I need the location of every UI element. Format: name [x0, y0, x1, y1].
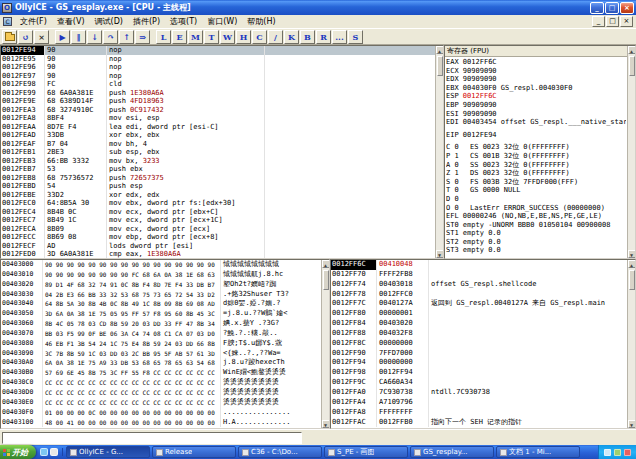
maximize-button[interactable]: □: [605, 2, 619, 14]
register-esi[interactable]: ESI 90909090: [446, 110, 626, 119]
fpu-st0[interactable]: ST0 empty -UNORM BBB0 01050104 00900008: [446, 221, 626, 230]
stack-row[interactable]: 0012FF980012FF94: [331, 368, 627, 378]
menu-item-2[interactable]: 调试(D): [90, 16, 128, 27]
stack-row[interactable]: 0012FF88004032F8: [331, 329, 627, 339]
stack-scrollbar[interactable]: ▲ ▼: [627, 260, 635, 428]
flag-line[interactable]: T 0GS 0000 NULL: [446, 186, 626, 195]
taskbar-task[interactable]: OllyICE - G...: [66, 446, 150, 458]
disasm-row[interactable]: 0012FE9E68 6389D14Fpush 4FD18963: [1, 97, 435, 106]
close-program-icon[interactable]: ×: [34, 30, 49, 44]
registers-scrollbar[interactable]: ▲ ▼: [627, 46, 635, 258]
stack-row[interactable]: 0012FFA8FFFFFFFF: [331, 408, 627, 418]
scroll-up-icon[interactable]: ▲: [628, 46, 636, 54]
source-button[interactable]: S: [348, 30, 363, 44]
flag-line[interactable]: P 1CS 001B 32位 0(FFFFFFFF): [446, 152, 626, 161]
close-button[interactable]: ×: [620, 2, 634, 14]
dump-row[interactable]: 004030D0CC CC CC CC CC CC CC CC CC CC CC…: [1, 388, 321, 398]
stack-row[interactable]: 0012FF8C00000000: [331, 339, 627, 349]
title-bar[interactable]: O OllyICE - GS_resplay.exe - [CPU - 主线程]…: [0, 0, 636, 15]
run-icon[interactable]: ▶: [55, 30, 70, 44]
disasm-row[interactable]: 0012FEC064:8B5A 30mov ebx, dword ptr fs:…: [1, 199, 435, 208]
step-over-icon[interactable]: ↷: [103, 30, 118, 44]
taskbar-task[interactable]: GS_resplay...: [410, 446, 494, 458]
step-into-icon[interactable]: ↓: [87, 30, 102, 44]
threads-button[interactable]: T: [204, 30, 219, 44]
disasm-row[interactable]: 0012FED03D 6A0A381Ecmp eax, 1E380A6A: [1, 250, 435, 259]
stack-row[interactable]: 0012FF8000000001: [331, 309, 627, 319]
disassembly-scrollbar[interactable]: ▲ ▼: [435, 46, 443, 258]
flag-line[interactable]: S 0FS 003B 32位 7FFDF000(FFF): [446, 178, 626, 187]
stack-row[interactable]: 0012FF7400403018offset GS_respl.shellcod…: [331, 280, 627, 290]
register-eip[interactable]: EIP 0012FE94: [446, 131, 626, 140]
register-eax[interactable]: EAX 0012FF6C: [446, 58, 626, 67]
stack-row[interactable]: 0012FF9400000000: [331, 358, 627, 368]
scroll-up-icon[interactable]: ▲: [628, 260, 636, 268]
log-window-button[interactable]: L: [156, 30, 171, 44]
dump-row[interactable]: 004030608B 4C 05 78 03 CD 8B 59 20 03 DD…: [1, 319, 321, 329]
dump-row[interactable]: 0040300090 90 90 90 90 90 90 90 90 90 90…: [1, 260, 321, 270]
menu-item-5[interactable]: 窗口(W): [202, 16, 242, 27]
stack-row[interactable]: 0012FFA4A7109796: [331, 398, 627, 408]
scroll-down-icon[interactable]: ▼: [628, 250, 636, 258]
windows-button[interactable]: W: [220, 30, 235, 44]
open-file-icon[interactable]: [2, 30, 17, 44]
scroll-down-icon[interactable]: ▼: [628, 420, 636, 428]
disasm-row[interactable]: 0012FEBD54push esp: [1, 182, 435, 191]
disasm-row[interactable]: 0012FECA8B09mov ecx, dword ptr [ecx]: [1, 225, 435, 234]
dump-row[interactable]: 004030C0CC CC CC CC CC CC CC CC CC CC CC…: [1, 378, 321, 388]
disasm-row[interactable]: 0012FEAD33DBxor ebx, ebx: [1, 131, 435, 140]
dump-row[interactable]: 0040304064 8B 5A 30 8B 4B 0C 8B 49 1C 8B…: [1, 299, 321, 309]
disasm-row[interactable]: 0012FEB366:BB 3332mov bx, 3233: [1, 157, 435, 166]
memory-map-button[interactable]: M: [188, 30, 203, 44]
flag-line[interactable]: D 0: [446, 195, 626, 204]
stack-row[interactable]: 0012FF7C0040127A返回到 GS_respl.0040127A 来自…: [331, 299, 627, 309]
network-icon[interactable]: [614, 449, 621, 456]
disasm-row[interactable]: 0012FECFADlods dword ptr [esi]: [1, 242, 435, 251]
dump-scrollbar[interactable]: ▲ ▼: [321, 260, 329, 428]
pause-icon[interactable]: ‖: [71, 30, 86, 44]
disasm-row[interactable]: 0012FE9790nop: [1, 72, 435, 81]
volume-icon[interactable]: [604, 449, 611, 456]
internet-explorer-icon[interactable]: [40, 448, 48, 456]
scroll-thumb[interactable]: [629, 56, 635, 76]
fpu-st3[interactable]: ST3 empty 0.0: [446, 246, 626, 255]
scroll-up-icon[interactable]: ▲: [322, 260, 330, 268]
executables-button[interactable]: E: [172, 30, 187, 44]
dump-row[interactable]: 004030E0CC CC CC CC CC CC CC CC CC CC CC…: [1, 398, 321, 408]
registers-pane[interactable]: 寄存器 (FPU) EAX 0012FF6CECX 90909090EDX 90…: [444, 45, 636, 259]
show-desktop-icon[interactable]: [50, 448, 58, 456]
dump-row[interactable]: 0040308046 EB F1 3B 54 24 1C 75 E4 8B 59…: [1, 339, 321, 349]
cpu-button[interactable]: C: [252, 30, 267, 44]
dump-row[interactable]: 0040303004 2B E3 66 BB 33 32 53 68 75 73…: [1, 290, 321, 300]
register-ebx[interactable]: EBX 004030F0 GS_respl.004030F0: [446, 84, 626, 93]
menu-item-1[interactable]: 查看(V): [52, 16, 90, 27]
breakpoints-button[interactable]: B: [300, 30, 315, 44]
stack-row[interactable]: 0012FF70FFFF2FB8: [331, 270, 627, 280]
register-edi[interactable]: EDI 00403454 offset GS_respl.___native_s…: [446, 118, 626, 127]
taskbar-task[interactable]: Release: [152, 446, 236, 458]
dump-row[interactable]: 0040301090 90 90 90 90 90 90 90 FC 68 6A…: [1, 270, 321, 280]
taskbar-task[interactable]: C36 - C:\Do...: [238, 446, 322, 458]
disasm-row[interactable]: 0012FEB12BE3sub esp, ebx: [1, 148, 435, 157]
scroll-down-icon[interactable]: ▼: [436, 250, 444, 258]
register-ebp[interactable]: EBP 90909090: [446, 101, 626, 110]
disasm-row[interactable]: 0012FE9690nop: [1, 63, 435, 72]
disasm-row[interactable]: 0012FE9590nop: [1, 55, 435, 64]
dump-row[interactable]: 004030A06A 0A 38 1E 75 A9 33 DB 53 68 65…: [1, 358, 321, 368]
handles-button[interactable]: H: [236, 30, 251, 44]
dump-row[interactable]: 004030503D 6A 0A 38 1E 75 05 95 FF 57 F8…: [1, 309, 321, 319]
execute-till-return-icon[interactable]: ↑: [119, 30, 134, 44]
minimize-button[interactable]: _: [590, 2, 604, 14]
dump-row[interactable]: 004030B057 69 6E 45 8B 75 3C FF 55 F8 CC…: [1, 368, 321, 378]
disasm-row[interactable]: 0012FE9968 6A0A381Epush 1E380A6A: [1, 89, 435, 98]
memory-dump-pane[interactable]: 0040300090 90 90 90 90 90 90 90 90 90 90…: [0, 259, 330, 429]
fpu-st1[interactable]: ST1 empty 0.0: [446, 229, 626, 238]
restart-icon[interactable]: ↺: [18, 30, 33, 44]
security-icon[interactable]: [624, 449, 631, 456]
disasm-row[interactable]: 0012FECC8B69 08mov ebp, dword ptr [ecx+8…: [1, 233, 435, 242]
patches-button[interactable]: /: [268, 30, 283, 44]
scroll-thumb[interactable]: [629, 270, 635, 290]
dump-row[interactable]: 004030903C 7B 8B 59 1C 03 DD 03 2C BB 95…: [1, 349, 321, 359]
stack-row[interactable]: 0012FF9CCA660A34: [331, 378, 627, 388]
cpu-window-icon[interactable]: C: [3, 17, 12, 26]
